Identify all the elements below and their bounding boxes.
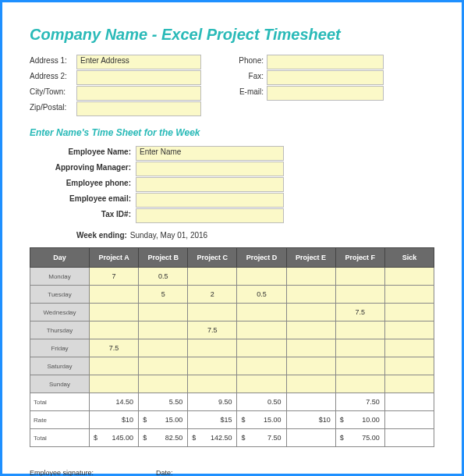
summary-cell xyxy=(384,411,434,429)
value-cell[interactable] xyxy=(237,375,286,393)
page-title: Company Name - Excel Project Timesheet xyxy=(30,26,434,44)
col-header: Project E xyxy=(286,248,335,268)
address2-input[interactable] xyxy=(76,70,201,85)
value-cell[interactable] xyxy=(286,321,335,339)
emp-tax-input[interactable] xyxy=(136,208,284,223)
value-cell[interactable] xyxy=(335,268,384,286)
value-cell[interactable] xyxy=(237,304,286,321)
value-cell[interactable] xyxy=(286,304,335,321)
value-cell[interactable] xyxy=(89,375,138,393)
value-cell[interactable] xyxy=(384,321,434,339)
summary-label: Rate xyxy=(30,411,90,429)
value-cell[interactable] xyxy=(384,268,434,286)
table-row: Saturday xyxy=(30,357,434,375)
col-header: Project A xyxy=(89,248,138,268)
summary-cell: $82.50 xyxy=(139,429,188,447)
value-cell[interactable] xyxy=(335,357,384,375)
summary-cell: $15.00 xyxy=(237,411,286,429)
emp-name-input[interactable]: Enter Name xyxy=(136,146,284,161)
city-input[interactable] xyxy=(76,86,201,101)
value-cell[interactable] xyxy=(237,339,286,357)
value-cell[interactable]: 7.5 xyxy=(89,339,138,357)
value-cell[interactable] xyxy=(286,357,335,375)
value-cell[interactable] xyxy=(89,304,138,321)
value-cell[interactable] xyxy=(237,357,286,375)
email-input[interactable] xyxy=(267,86,384,101)
summary-label: Total xyxy=(30,393,90,411)
table-row: Sunday xyxy=(30,375,434,393)
summary-cell xyxy=(286,393,335,411)
value-cell[interactable]: 5 xyxy=(139,286,188,304)
emp-phone-input[interactable] xyxy=(136,177,284,192)
value-cell[interactable] xyxy=(384,286,434,304)
value-cell[interactable] xyxy=(139,375,188,393)
value-cell[interactable]: 7.5 xyxy=(335,304,384,321)
address1-input[interactable]: Enter Address xyxy=(76,55,201,69)
emp-email-label: Employee email: xyxy=(45,193,136,208)
value-cell[interactable] xyxy=(139,357,188,375)
value-cell[interactable] xyxy=(384,304,434,321)
summary-label: Total xyxy=(30,429,90,447)
value-cell[interactable] xyxy=(335,286,384,304)
summary-cell xyxy=(286,429,335,447)
value-cell[interactable] xyxy=(188,357,237,375)
value-cell[interactable] xyxy=(188,375,237,393)
email-label: E-mail: xyxy=(225,86,267,101)
value-cell[interactable]: 7 xyxy=(89,268,138,286)
phone-input[interactable] xyxy=(267,55,384,69)
summary-cell: 9.50 xyxy=(188,393,237,411)
value-cell[interactable] xyxy=(335,339,384,357)
col-header: Project B xyxy=(139,248,188,268)
emp-email-input[interactable] xyxy=(136,193,284,208)
day-cell: Sunday xyxy=(30,375,90,393)
col-header: Day xyxy=(30,248,90,268)
value-cell[interactable]: 2 xyxy=(188,286,237,304)
value-cell[interactable] xyxy=(237,268,286,286)
value-cell[interactable] xyxy=(335,375,384,393)
signature-line: Employee signature: Date: xyxy=(30,469,434,476)
table-row: Friday7.5 xyxy=(30,339,434,357)
table-row: Tuesday520.5 xyxy=(30,286,434,304)
value-cell[interactable] xyxy=(188,304,237,321)
value-cell[interactable]: 0.5 xyxy=(139,268,188,286)
emp-mgr-input[interactable] xyxy=(136,162,284,176)
page: Company Name - Excel Project Timesheet A… xyxy=(0,0,464,476)
value-cell[interactable] xyxy=(384,339,434,357)
value-cell[interactable] xyxy=(286,286,335,304)
summary-cell: $142.50 xyxy=(188,429,237,447)
summary-cell: 14.50 xyxy=(89,393,138,411)
value-cell[interactable] xyxy=(286,268,335,286)
value-cell[interactable]: 0.5 xyxy=(237,286,286,304)
value-cell[interactable] xyxy=(89,357,138,375)
value-cell[interactable] xyxy=(335,321,384,339)
value-cell[interactable] xyxy=(188,268,237,286)
address2-label: Address 2: xyxy=(30,70,76,85)
value-cell[interactable] xyxy=(286,375,335,393)
value-cell[interactable] xyxy=(286,339,335,357)
summary-cell: 0.50 xyxy=(237,393,286,411)
value-cell[interactable] xyxy=(384,375,434,393)
signature-date-label: Date: xyxy=(156,469,173,476)
value-cell[interactable]: 7.5 xyxy=(188,321,237,339)
value-cell[interactable] xyxy=(237,321,286,339)
summary-row: Rate$10$15.00$15$15.00$10$10.00 xyxy=(30,411,434,429)
value-cell[interactable] xyxy=(139,321,188,339)
value-cell[interactable] xyxy=(89,286,138,304)
day-cell: Thursday xyxy=(30,321,90,339)
zip-input[interactable] xyxy=(76,101,201,116)
value-cell[interactable] xyxy=(384,357,434,375)
address-left: Address 1:Enter Address Address 2: City/… xyxy=(30,55,201,116)
value-cell[interactable] xyxy=(188,339,237,357)
col-header: Project F xyxy=(335,248,384,268)
city-label: City/Town: xyxy=(30,86,76,101)
fax-input[interactable] xyxy=(267,70,384,85)
address1-label: Address 1: xyxy=(30,55,76,69)
fax-label: Fax: xyxy=(225,70,267,85)
value-cell[interactable] xyxy=(139,339,188,357)
value-cell[interactable] xyxy=(139,304,188,321)
emp-name-label: Employee Name: xyxy=(45,146,136,161)
value-cell[interactable] xyxy=(89,321,138,339)
summary-cell: $15.00 xyxy=(139,411,188,429)
summary-cell: $15 xyxy=(188,411,237,429)
emp-tax-label: Tax ID#: xyxy=(45,208,136,223)
